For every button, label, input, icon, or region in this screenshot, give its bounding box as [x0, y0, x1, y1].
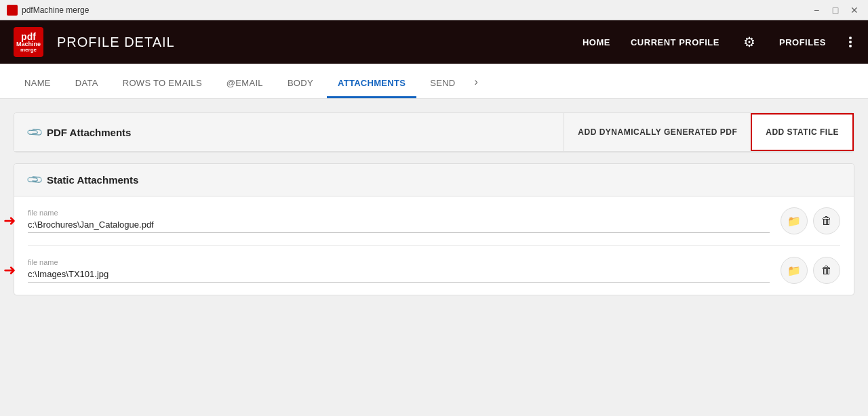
- pdf-attachments-title: 📎 PDF Attachments: [28, 126, 564, 139]
- pdf-attachments-actions: ADD DYNAMICALLY GENERATED PDF ADD STATIC…: [564, 113, 854, 151]
- tab-data[interactable]: DATA: [64, 70, 109, 98]
- file-row-btns-2: 📁 🗑: [781, 257, 840, 284]
- title-bar: pdfMachine merge − □ ✕: [0, 0, 868, 20]
- tab-body[interactable]: BODY: [277, 70, 324, 98]
- tab-send[interactable]: SEND: [419, 70, 466, 98]
- file-label-2: file name: [28, 258, 770, 266]
- header-nav: HOME CURRENT PROFILE ⚙ PROFILES: [583, 33, 854, 51]
- maximize-button[interactable]: □: [829, 3, 842, 17]
- add-static-file-button[interactable]: ADD STATIC FILE: [751, 113, 854, 151]
- tab-name[interactable]: NAME: [14, 70, 62, 98]
- app-logo: pdf Machine merge: [14, 27, 43, 57]
- tab-email[interactable]: @EMAIL: [216, 70, 274, 98]
- clip-icon-2: 📎: [25, 171, 44, 190]
- file-value-2: c:\Images\TX101.jpg: [28, 269, 770, 283]
- file-row: ➜ file name c:\Images\TX101.jpg 📁 🗑: [28, 246, 840, 295]
- pdf-attachments-header: 📎 PDF Attachments ADD DYNAMICALLY GENERA…: [14, 113, 854, 152]
- static-attachments-section: 📎 Static Attachments ➜ file name c:\Broc…: [14, 163, 854, 295]
- app-header: pdf Machine merge PROFILE DETAIL HOME CU…: [0, 20, 868, 64]
- file-input-group-1: file name c:\Brochures\Jan_Catalogue.pdf: [28, 209, 770, 233]
- browse-button-2[interactable]: 📁: [781, 257, 808, 284]
- content-area: 📎 PDF Attachments ADD DYNAMICALLY GENERA…: [0, 99, 868, 416]
- tab-bar: NAME DATA ROWS TO EMAILS @EMAIL BODY ATT…: [0, 64, 868, 99]
- file-value-1: c:\Brochures\Jan_Catalogue.pdf: [28, 220, 770, 233]
- arrow-icon-2: ➜: [3, 262, 16, 279]
- title-bar-text: pdfMachine merge: [22, 5, 810, 15]
- file-input-group-2: file name c:\Images\TX101.jpg: [28, 258, 770, 283]
- app-icon: [7, 5, 18, 16]
- minimize-button[interactable]: −: [810, 3, 823, 17]
- file-row-btns-1: 📁 🗑: [781, 207, 840, 234]
- close-button[interactable]: ✕: [848, 3, 861, 17]
- file-label-1: file name: [28, 209, 770, 217]
- nav-profiles[interactable]: PROFILES: [779, 37, 826, 47]
- delete-button-1[interactable]: 🗑: [813, 207, 840, 234]
- gear-icon[interactable]: ⚙: [740, 33, 759, 51]
- pdf-attachments-section: 📎 PDF Attachments ADD DYNAMICALLY GENERA…: [14, 112, 854, 152]
- page-title: PROFILE DETAIL: [57, 35, 569, 50]
- static-attachments-title: 📎 Static Attachments: [28, 173, 840, 186]
- static-attachments-header: 📎 Static Attachments: [14, 164, 854, 196]
- file-rows-container: ➜ file name c:\Brochures\Jan_Catalogue.p…: [14, 196, 854, 295]
- nav-home[interactable]: HOME: [583, 37, 610, 47]
- browse-button-1[interactable]: 📁: [781, 207, 808, 234]
- title-bar-controls: − □ ✕: [810, 3, 861, 17]
- tab-more-icon[interactable]: ›: [469, 68, 484, 98]
- tab-rows-to-emails[interactable]: ROWS TO EMAILS: [112, 70, 213, 98]
- tab-attachments[interactable]: ATTACHMENTS: [327, 70, 416, 98]
- arrow-icon-1: ➜: [3, 212, 16, 230]
- add-dynamic-pdf-button[interactable]: ADD DYNAMICALLY GENERATED PDF: [564, 113, 751, 151]
- delete-button-2[interactable]: 🗑: [813, 257, 840, 284]
- file-row: ➜ file name c:\Brochures\Jan_Catalogue.p…: [28, 196, 840, 246]
- nav-current-profile[interactable]: CURRENT PROFILE: [631, 37, 719, 47]
- more-options-icon[interactable]: [846, 37, 854, 47]
- clip-icon: 📎: [25, 123, 44, 142]
